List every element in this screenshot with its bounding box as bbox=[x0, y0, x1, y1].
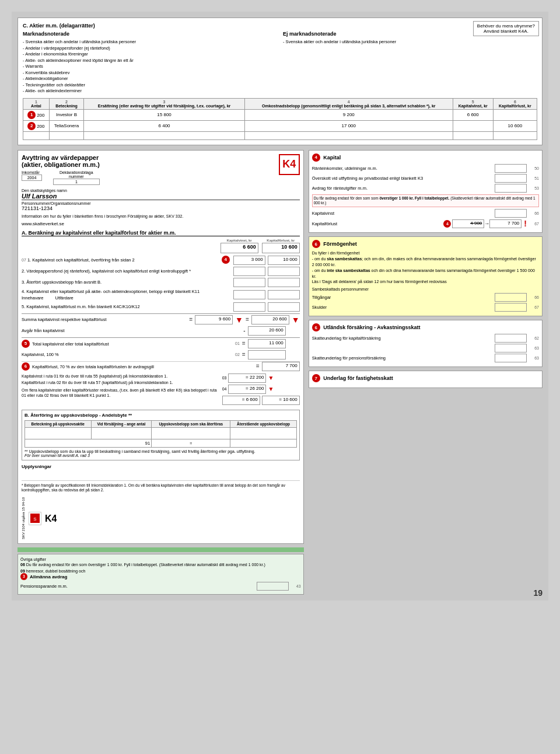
row2-boxes bbox=[233, 267, 300, 276]
upplysningar: Upplysningar bbox=[22, 464, 300, 469]
kapitalforlust70-values: = 7 700 bbox=[256, 362, 300, 371]
allmanna-panel: Övriga utgifter 06 Du får avdrag endast … bbox=[18, 554, 304, 595]
row5-value1 bbox=[233, 302, 265, 312]
form-row-2: 2. Värdepappersfond (ej räntefond), kapi… bbox=[22, 267, 300, 276]
kapitalvinst100-num: 02 bbox=[235, 352, 240, 357]
top-section: Behöver du mera utrymme? Använd blankett… bbox=[18, 18, 542, 145]
utlandsk-row-2: Skatteunderlag för pensionsförsäkring 63 bbox=[312, 354, 539, 362]
col-header-antal: 1Antal bbox=[23, 98, 50, 109]
formogenhet-circle: 6 bbox=[312, 240, 320, 248]
avgar-label: Avgår från kapitalvinst bbox=[22, 328, 243, 333]
b-col4: Återstående uppskovsbelopp bbox=[230, 420, 296, 427]
row4-sub: Innehavare Utfärdare bbox=[22, 295, 233, 301]
b-col3: Uppskovsbelopp som ska återföras bbox=[152, 420, 230, 427]
utlandsk-box-0 bbox=[495, 334, 527, 343]
deklaration-left: Inkomstår 2004 bbox=[22, 170, 48, 185]
circle-1: 1 bbox=[27, 111, 36, 119]
kapital-box-kapitalforlust-new: 7 700 bbox=[489, 219, 522, 228]
k4-title-section: Avyttring av värdepapper(aktier, obligat… bbox=[22, 154, 100, 185]
kapital-box-kapitalforlust-old: 4 900 bbox=[452, 219, 484, 228]
utfardare-label: Utfärdare bbox=[55, 295, 74, 301]
row5-label-text: 5. Kapitalvinst, kapitalförlust m.m. frå… bbox=[22, 304, 233, 309]
total-label: 5 Total kapitalvinst eller total kapital… bbox=[22, 340, 235, 348]
allmanna-row-0: Pensionssparande m.m. 43 bbox=[20, 582, 301, 591]
innehavare-label: Innehavare bbox=[22, 295, 44, 301]
formogenhet-row-0: Tillgångar 66 bbox=[312, 293, 539, 302]
person-name-label: Den skattskyldiges namn bbox=[22, 188, 300, 193]
form-row-5: 5. Kapitalvinst, kapitalförlust m.m. frå… bbox=[22, 302, 300, 312]
row03: 03 = 22 200 ▼ bbox=[222, 373, 300, 383]
row2-kapitalvinst bbox=[453, 120, 493, 131]
row4-value1 bbox=[233, 290, 265, 299]
row4-label-text: 4. Kapitalvinst eller kapitalförlust på … bbox=[22, 289, 233, 301]
marknads-item-6: - Aktieindexobligationer bbox=[23, 76, 277, 82]
underlag-circle: 7 bbox=[312, 374, 320, 382]
b-row-empty bbox=[25, 427, 297, 439]
row1-text: 1. Kapitalvinst och kapitalförlust, över… bbox=[27, 257, 135, 263]
formogenhet-row-1: Skulder 67 bbox=[312, 303, 539, 312]
summa-eq2: = bbox=[246, 316, 249, 323]
top-section-title: C. Aktier m.m. (delagarrätter) bbox=[23, 23, 537, 29]
top-right-line2: Använd blankett K4A. bbox=[477, 29, 535, 34]
row03-num: 03 bbox=[222, 376, 227, 380]
kapitalvinst-value: 6 600 bbox=[220, 243, 258, 253]
b-total-value: = bbox=[152, 439, 230, 447]
col-left: Marknadsnoterade - Svenska aktier och an… bbox=[23, 31, 277, 95]
col-header-beteckning: 2Beteckning bbox=[49, 98, 84, 109]
kapital-label-1: Överskott vid utflyttning av privatbosta… bbox=[312, 176, 495, 181]
person-org-number: 721131-1234 bbox=[22, 205, 300, 211]
form-row-1: 07 1. Kapitalvinst och kapitalförlust, ö… bbox=[22, 256, 300, 265]
kapitalforlust70-row: 6 Kapitalförlust, 70 % av den totala kap… bbox=[22, 361, 300, 371]
section-b-title: B. Återföring av uppskovsbelopp - Andels… bbox=[24, 413, 297, 418]
kapital-box-1 bbox=[495, 174, 527, 183]
utlandsk-row-0: Skatteunderlag för kapitalförsäkring 62 bbox=[312, 334, 539, 343]
form-row-3: 3. Återfört uppskovsbelopp från avsnitt … bbox=[22, 278, 300, 287]
upplysningar-space bbox=[22, 469, 300, 481]
allmanna-box-0 bbox=[257, 582, 289, 591]
kapital-num-2: 53 bbox=[528, 186, 539, 190]
utlandsk-panel: 6 Utländsk försäkring - Avkastningsskatt… bbox=[309, 320, 542, 367]
transfer-right: 03 = 22 200 ▼ 04 = 26 200 ▼ = 6 600 = 10… bbox=[222, 373, 300, 405]
inkomstar-value: 2004 bbox=[22, 174, 42, 181]
kapitalforlust70-text: Kapitalförlust, 70 % av den totala kapit… bbox=[32, 364, 154, 369]
row2-label-text: 2. Värdepappersfond (ej räntefond), kapi… bbox=[22, 268, 233, 274]
right-panels: 4 Kapital Ränteinkomster, utdelningar m.… bbox=[309, 150, 542, 544]
allmanna-label-0: Pensionssparande m.m. bbox=[20, 584, 257, 589]
marknads-items: - Svenska aktier och andelar i utländska… bbox=[23, 39, 277, 95]
kapital-title: 4 Kapital bbox=[312, 153, 539, 162]
kapital-label-kapitalforlust: Kapitalförlust bbox=[312, 221, 444, 226]
utlandsk-box-1 bbox=[495, 344, 527, 352]
kf70-value: 7 700 bbox=[262, 362, 300, 371]
skv-info: SKV 2104 utgåva 15 04-10 bbox=[22, 497, 25, 539]
marknads-item-2: - Andelar i ekonomiska föreningar bbox=[23, 51, 277, 58]
kf70-eq: = bbox=[256, 363, 260, 369]
kapitalvinst-group: Kapitalvinst, kr 6 600 bbox=[220, 239, 258, 253]
marknads-item-3: - Aktie- och aktieindexoptioner med löpt… bbox=[23, 58, 277, 64]
summa-eq: = bbox=[189, 316, 192, 323]
row1-label: 07 1. Kapitalvinst och kapitalförlust, ö… bbox=[22, 257, 222, 263]
kapital-panel: 4 Kapital Ränteinkomster, utdelningar m.… bbox=[309, 150, 542, 233]
summa-value1: 9 600 bbox=[195, 315, 233, 324]
bottom-row: Övriga utgifter 06 Du får avdrag endast … bbox=[18, 547, 542, 595]
row3-value1 bbox=[233, 278, 265, 287]
row2-kapitalforlust: 10 600 bbox=[493, 120, 537, 131]
utlandsk-label-2: Skatteunderlag för pensionsförsäkring bbox=[312, 355, 495, 361]
kapitalvinst-label: Kapitalvinst, kr bbox=[227, 239, 252, 242]
marknads-item-8: - Aktie- och aktieindexterminer bbox=[23, 88, 277, 95]
row2-omkostnads: 17 000 bbox=[244, 120, 453, 131]
allmanna-title: 3 Allmänna avdrag bbox=[20, 573, 301, 580]
deklarationsbilaga-label: Deklarationsbilaga nummer bbox=[53, 170, 100, 179]
k4-main-title: Avyttring av värdepapper(aktier, obligat… bbox=[22, 154, 100, 168]
kapital-num-kapitalvinst: 66 bbox=[528, 211, 539, 215]
kapital-arrow: → bbox=[484, 221, 489, 226]
summa-values: = 9 600 ▼ = 20 600 ▼ bbox=[189, 315, 299, 324]
allmanna-badge: 3 bbox=[20, 573, 27, 580]
underlag-title: 7 Underlag för fastighetsskatt bbox=[312, 374, 539, 382]
row4-boxes bbox=[233, 290, 300, 299]
formogenhet-num-0: 66 bbox=[528, 295, 539, 299]
b-col2: Vid försäljning - ange antal bbox=[91, 420, 152, 427]
avgar-dash: - bbox=[243, 327, 245, 334]
total-row: 5 Total kapitalvinst eller total kapital… bbox=[22, 337, 300, 348]
k4-header: Avyttring av värdepapper(aktier, obligat… bbox=[22, 154, 300, 185]
skv-logo: S bbox=[29, 512, 41, 525]
